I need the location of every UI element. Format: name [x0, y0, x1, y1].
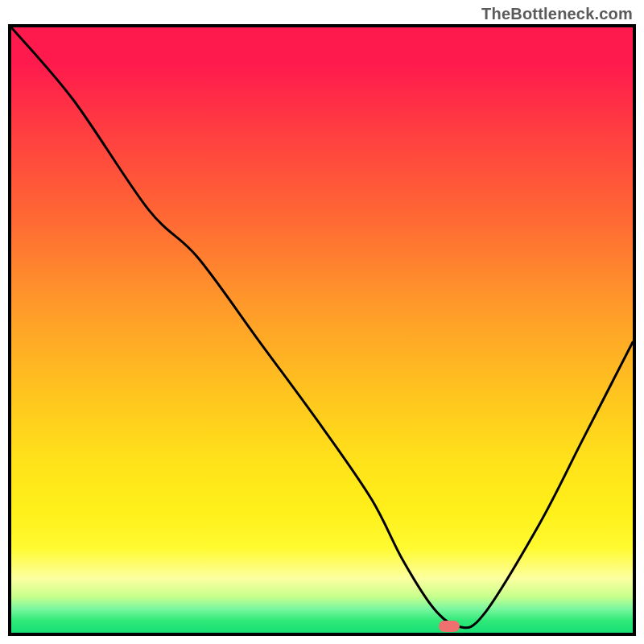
bottleneck-curve — [11, 27, 633, 633]
curve-path — [11, 27, 633, 628]
watermark-text: TheBottleneck.com — [481, 5, 633, 23]
chart-frame — [8, 24, 636, 636]
minimum-marker — [439, 621, 460, 632]
